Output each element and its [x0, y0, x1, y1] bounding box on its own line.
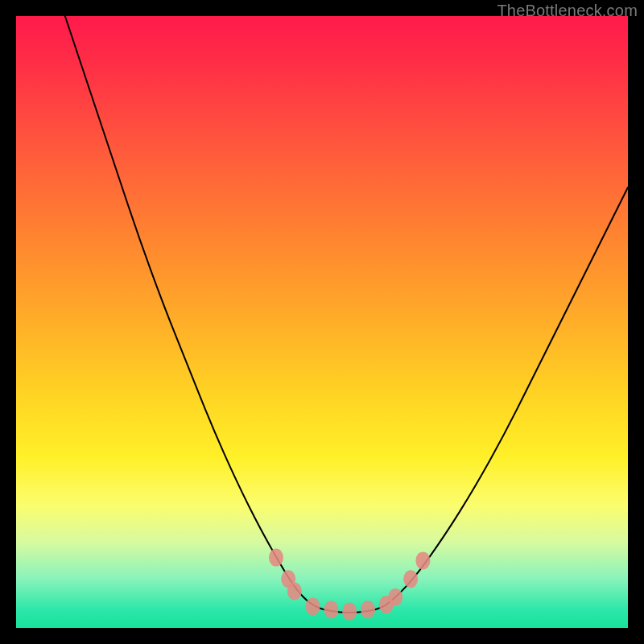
- valley-marker: [324, 601, 338, 618]
- valley-marker: [342, 602, 357, 620]
- valley-marker: [269, 549, 283, 567]
- bottleneck-chart: TheBottleneck.com: [0, 0, 644, 644]
- bottleneck-curve: [65, 16, 628, 613]
- valley-marker: [306, 597, 320, 615]
- plot-area: [16, 16, 628, 628]
- curve-group: [65, 16, 628, 613]
- valley-marker: [361, 601, 375, 618]
- valley-marker: [287, 582, 302, 600]
- valley-marker: [403, 570, 418, 588]
- valley-marker: [415, 551, 430, 569]
- marker-group: [269, 549, 430, 621]
- watermark-text: TheBottleneck.com: [497, 2, 638, 20]
- curve-layer: [16, 16, 628, 628]
- valley-marker: [388, 588, 402, 606]
